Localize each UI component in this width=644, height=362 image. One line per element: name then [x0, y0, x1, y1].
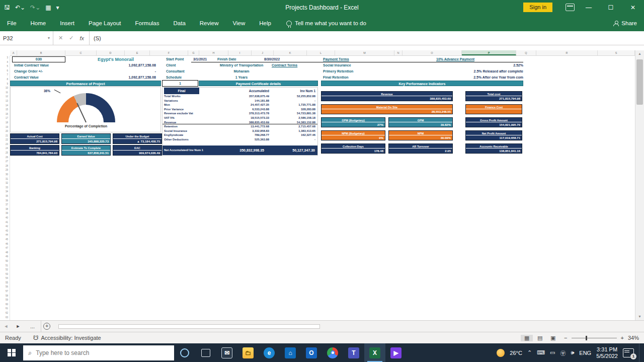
row-headers[interactable]: 3456789101112131415161718192021222324252…	[0, 56, 10, 320]
row-header-20[interactable]: 20	[0, 129, 10, 134]
tab-page-layout[interactable]: Page Layout	[82, 15, 128, 31]
row-header-50[interactable]: 50	[0, 259, 10, 264]
contract-terms-link[interactable]: Contract Terms	[272, 62, 317, 68]
show-desktop-button[interactable]	[639, 343, 642, 362]
next-sheet-icon[interactable]: ►	[16, 324, 21, 329]
column-header-N[interactable]: N	[394, 50, 403, 55]
row-header-27[interactable]: 27	[0, 160, 10, 164]
row-header-8[interactable]: 8	[0, 78, 10, 82]
task-view-icon[interactable]	[195, 343, 216, 362]
tab-home[interactable]: Home	[24, 15, 53, 31]
column-header-M[interactable]: M	[335, 50, 394, 55]
tab-review[interactable]: Review	[193, 15, 226, 31]
touch-keyboard-icon[interactable]: ⌨	[537, 349, 545, 356]
scroll-down-icon[interactable]: ▼	[635, 313, 644, 320]
excel-taskbar-icon[interactable]: X	[364, 343, 385, 362]
edge-icon[interactable]: e	[259, 343, 280, 362]
row-header-44[interactable]: 44	[0, 233, 10, 238]
language-indicator[interactable]: ENG	[579, 350, 591, 356]
start-button[interactable]	[0, 343, 23, 362]
page-break-view-icon[interactable]: ▣	[547, 335, 559, 341]
row-header-61[interactable]: 61	[0, 307, 10, 311]
column-header-F[interactable]: F	[150, 50, 188, 55]
row-header-31[interactable]: 31	[0, 177, 10, 182]
prev-sheet-icon[interactable]: ◄	[4, 324, 9, 329]
zoom-slider[interactable]	[572, 338, 617, 338]
clock[interactable]: 3:31 PM 5/5/2022	[596, 346, 618, 359]
sheet-tab-more[interactable]: ...	[24, 321, 41, 332]
cancel-icon[interactable]: ✕	[58, 35, 63, 41]
new-sheet-button[interactable]: +	[41, 321, 52, 332]
row-header-3[interactable]: 3	[0, 56, 10, 60]
tab-file[interactable]: File	[0, 15, 24, 31]
customize-quick-access-icon[interactable]: ▾	[56, 4, 59, 11]
row-header-11[interactable]: 11	[0, 91, 10, 95]
column-header-C[interactable]: C	[65, 50, 97, 55]
scroll-up-icon[interactable]: ▲	[635, 50, 644, 57]
column-header-B[interactable]: B	[17, 50, 65, 55]
row-header-28[interactable]: 28	[0, 164, 10, 169]
accessibility-status[interactable]: ☋ Accessibility: Investigate	[33, 334, 101, 341]
row-header-43[interactable]: 43	[0, 229, 10, 234]
page-layout-view-icon[interactable]: ▤	[534, 335, 546, 341]
column-header-H[interactable]: H	[199, 50, 228, 55]
row-header-49[interactable]: 49	[0, 255, 10, 259]
row-header-25[interactable]: 25	[0, 151, 10, 156]
row-header-46[interactable]: 46	[0, 242, 10, 247]
undo-icon[interactable]: ↶⌄	[15, 4, 25, 11]
row-header-59[interactable]: 59	[0, 298, 10, 303]
row-header-7[interactable]: 7	[0, 73, 10, 78]
row-header-23[interactable]: 23	[0, 142, 10, 147]
formula-input[interactable]: (S)	[90, 31, 644, 45]
close-button[interactable]: ✕	[622, 0, 644, 15]
store-icon[interactable]: ⌂	[280, 343, 301, 362]
row-header-22[interactable]: 22	[0, 138, 10, 142]
row-header-17[interactable]: 17	[0, 116, 10, 121]
column-header-J[interactable]: J	[252, 50, 274, 55]
row-header-12[interactable]: 12	[0, 95, 10, 99]
row-header-52[interactable]: 52	[0, 268, 10, 272]
row-header-34[interactable]: 34	[0, 190, 10, 194]
row-header-4[interactable]: 4	[0, 60, 10, 65]
row-header-26[interactable]: 26	[0, 156, 10, 160]
certificate-number-cell[interactable]: 1	[162, 80, 198, 87]
row-header-51[interactable]: 51	[0, 264, 10, 268]
tell-me-box[interactable]: Tell me what you want to do	[278, 20, 366, 26]
column-headers[interactable]: ABCDEFGHIJKLMNOPQRS	[10, 50, 635, 56]
column-header-O[interactable]: O	[403, 50, 462, 55]
row-header-38[interactable]: 38	[0, 207, 10, 212]
row-header-5[interactable]: 5	[0, 64, 10, 69]
row-header-41[interactable]: 41	[0, 221, 10, 225]
tab-insert[interactable]: Insert	[53, 15, 82, 31]
file-explorer-icon[interactable]: 🗀	[237, 343, 259, 362]
row-header-15[interactable]: 15	[0, 108, 10, 112]
column-header-E[interactable]: E	[125, 50, 150, 55]
row-header-39[interactable]: 39	[0, 211, 10, 216]
outlook-icon[interactable]: O	[301, 343, 322, 362]
row-header-48[interactable]: 48	[0, 251, 10, 255]
tab-help[interactable]: Help	[252, 15, 278, 31]
row-header-35[interactable]: 35	[0, 194, 10, 199]
row-header-36[interactable]: 36	[0, 199, 10, 203]
hidden-icons-chevron[interactable]: ⌃	[527, 349, 532, 356]
maximize-button[interactable]: ☐	[600, 0, 622, 15]
row-header-60[interactable]: 60	[0, 303, 10, 307]
movies-tv-icon[interactable]: ▶	[385, 343, 407, 362]
name-box[interactable]: P32▾	[0, 31, 53, 45]
action-center-icon[interactable]: 1	[623, 348, 634, 357]
redo-icon[interactable]: ↷⌄	[30, 4, 40, 11]
row-header-45[interactable]: 45	[0, 238, 10, 242]
wifi-icon[interactable]: 〶	[560, 349, 566, 357]
row-header-10[interactable]: 10	[0, 86, 10, 91]
row-header-33[interactable]: 33	[0, 186, 10, 190]
row-header-14[interactable]: 14	[0, 104, 10, 108]
row-header-9[interactable]: 9	[0, 82, 10, 87]
row-header-47[interactable]: 47	[0, 246, 10, 251]
column-header-S[interactable]: S	[598, 50, 635, 55]
row-header-6[interactable]: 6	[0, 69, 10, 74]
row-header-16[interactable]: 16	[0, 112, 10, 117]
row-header-55[interactable]: 55	[0, 281, 10, 285]
column-header-D[interactable]: D	[97, 50, 125, 55]
row-header-56[interactable]: 56	[0, 285, 10, 289]
column-header-A[interactable]: A	[10, 50, 17, 55]
